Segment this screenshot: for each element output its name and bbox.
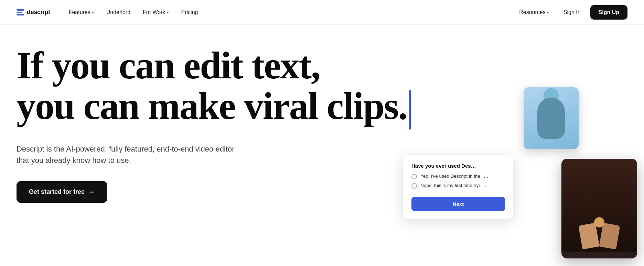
logo-text: descript — [27, 9, 50, 16]
video-inner-cooking — [561, 159, 637, 258]
survey-option-1[interactable]: Yep, I've used Descript in the… — [411, 174, 505, 179]
nav-item-resources[interactable]: Resources ▾ — [514, 7, 554, 18]
headline-line1: If you can edit text, — [17, 44, 320, 87]
nav-item-forwork[interactable]: For Work ▾ — [138, 7, 173, 18]
features-chevron-icon: ▾ — [92, 10, 94, 15]
video-inner-person — [524, 87, 579, 149]
logo-bar-3 — [17, 14, 24, 15]
nav-item-features[interactable]: Features ▾ — [64, 7, 99, 18]
logo-link[interactable]: descript — [17, 9, 50, 16]
pricing-label: Pricing — [181, 9, 198, 15]
nav-item-underlord[interactable]: Underlord — [101, 7, 135, 18]
forwork-chevron-icon: ▾ — [167, 10, 169, 15]
survey-title: Have you ever used Des… — [411, 163, 505, 169]
cta-label: Get started for free — [29, 188, 85, 196]
features-label: Features — [69, 9, 90, 15]
survey-option-2[interactable]: Nope, this is my first time tryi… — [411, 183, 505, 189]
cta-arrow-icon: → — [88, 188, 95, 196]
video-thumbnail-cooking — [561, 159, 637, 258]
nav-item-pricing[interactable]: Pricing — [176, 7, 203, 18]
hero-subtext: Descript is the AI-powered, fully featur… — [17, 143, 257, 166]
survey-option-2-label: Nope, this is my first time tryi — [420, 183, 480, 188]
navbar: descript Features ▾ Underlord For Work ▾… — [0, 0, 644, 25]
survey-next-button[interactable]: Next — [411, 197, 505, 211]
forwork-label: For Work — [143, 9, 165, 15]
video-thumbnail-person — [524, 87, 579, 149]
survey-option-1-label: Yep, I've used Descript in the — [420, 174, 480, 179]
cursor-bar-icon — [409, 90, 411, 130]
radio-button-2[interactable] — [411, 183, 417, 189]
hero-section: If you can edit text, you can make viral… — [0, 25, 644, 266]
logo-bar-1 — [17, 9, 24, 11]
resources-chevron-icon: ▾ — [547, 10, 549, 15]
sign-in-button[interactable]: Sign In — [557, 6, 588, 19]
person-body-shape — [537, 98, 565, 139]
underlord-label: Underlord — [106, 9, 130, 15]
hero-headline: If you can edit text, you can make viral… — [17, 45, 477, 130]
radio-button-1[interactable] — [411, 174, 417, 179]
resources-label: Resources — [519, 9, 545, 15]
nav-right: Resources ▾ Sign In Sign Up — [514, 5, 627, 20]
cooking-hands-shape — [577, 217, 622, 248]
survey-card: Have you ever used Des… Yep, I've used D… — [403, 155, 513, 219]
cta-button[interactable]: Get started for free → — [17, 181, 107, 203]
logo-icon — [17, 9, 24, 15]
nav-left: Features ▾ Underlord For Work ▾ Pricing — [64, 7, 515, 18]
headline-line2: you can make viral clips. — [17, 85, 407, 127]
logo-bar-2 — [17, 12, 22, 13]
sign-up-button[interactable]: Sign Up — [590, 5, 627, 20]
